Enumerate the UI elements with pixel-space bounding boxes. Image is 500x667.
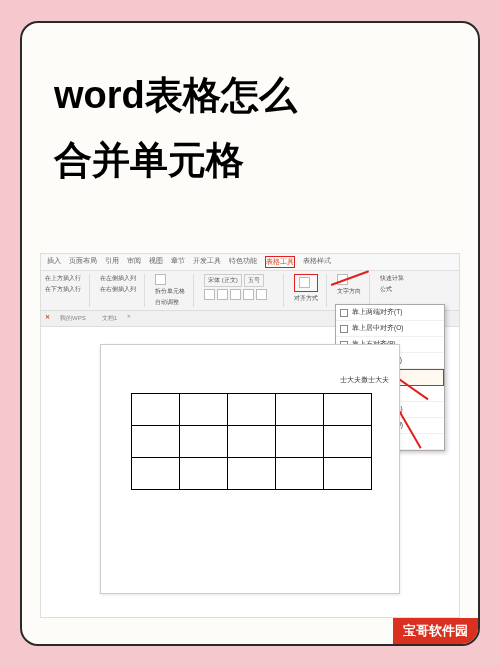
- btn-insert-col-right[interactable]: 在右侧插入列: [100, 285, 136, 294]
- tab-document[interactable]: 文档1: [96, 313, 123, 324]
- menu-tab-table-style[interactable]: 表格样式: [303, 256, 331, 268]
- align-top-left[interactable]: 靠上两端对齐(T): [336, 305, 444, 321]
- split-cells-icon[interactable]: [155, 274, 166, 285]
- btn-split-cells[interactable]: 拆分单元格: [155, 287, 185, 296]
- highlight-icon[interactable]: [256, 289, 267, 300]
- menu-item[interactable]: 审阅: [127, 256, 141, 268]
- align-icon: [340, 325, 348, 333]
- menu-item[interactable]: 引用: [105, 256, 119, 268]
- menu-item[interactable]: 特色功能: [229, 256, 257, 268]
- table-row: [132, 394, 372, 426]
- ribbon-group-insert-cols: 在左侧插入列 在右侧插入列: [100, 274, 145, 307]
- tutorial-title: word表格怎么 合并单元格: [22, 23, 478, 192]
- btn-insert-row-above[interactable]: 在上方插入行: [45, 274, 81, 283]
- italic-icon[interactable]: [217, 289, 228, 300]
- align-label: 对齐方式: [294, 294, 318, 303]
- title-line-1: word表格怎么: [54, 63, 446, 128]
- ribbon-group-insert-rows: 在上方插入行 在下方插入行: [45, 274, 90, 307]
- menu-item[interactable]: 插入: [47, 256, 61, 268]
- formula-label[interactable]: 公式: [380, 285, 404, 294]
- tab-close-icon[interactable]: ×: [127, 313, 131, 324]
- app-screenshot: 插入 页面布局 引用 审阅 视图 章节 开发工具 特色功能 表格工具 表格样式 …: [40, 253, 460, 618]
- text-dir-label: 文字方向: [337, 287, 361, 296]
- align-button[interactable]: [294, 274, 318, 292]
- btn-insert-col-left[interactable]: 在左侧插入列: [100, 274, 136, 283]
- ribbon-group-calc: 快速计算 公式: [380, 274, 412, 307]
- menu-item[interactable]: 章节: [171, 256, 185, 268]
- sample-table[interactable]: [131, 393, 372, 490]
- btn-insert-row-below[interactable]: 在下方插入行: [45, 285, 81, 294]
- table-row: [132, 458, 372, 490]
- align-icon: [340, 309, 348, 317]
- tab-mywps[interactable]: 我的WPS: [54, 313, 92, 324]
- ribbon-group-split: 拆分单元格 自动调整: [155, 274, 194, 307]
- tutorial-card: word表格怎么 合并单元格 插入 页面布局 引用 审阅 视图 章节 开发工具 …: [20, 21, 480, 646]
- ribbon-group-align: 对齐方式: [294, 274, 327, 307]
- fast-calc-label[interactable]: 快速计算: [380, 274, 404, 283]
- watermark-badge: 宝哥软件园: [393, 618, 478, 644]
- menu-item[interactable]: 视图: [149, 256, 163, 268]
- underline-icon[interactable]: [230, 289, 241, 300]
- font-name-select[interactable]: 宋体 (正文): [204, 274, 242, 287]
- menubar: 插入 页面布局 引用 审阅 视图 章节 开发工具 特色功能 表格工具 表格样式: [41, 254, 459, 271]
- font-size-select[interactable]: 五号: [244, 274, 264, 287]
- sample-text: 士大夫撒士大夫: [340, 375, 389, 385]
- wps-logo-icon: ✕: [45, 313, 50, 324]
- bold-icon[interactable]: [204, 289, 215, 300]
- menu-item[interactable]: 页面布局: [69, 256, 97, 268]
- title-line-2: 合并单元格: [54, 128, 446, 193]
- font-color-icon[interactable]: [243, 289, 254, 300]
- align-icon: [299, 277, 310, 288]
- ribbon-group-font: 宋体 (正文) 五号: [204, 274, 284, 307]
- table-row: [132, 426, 372, 458]
- menu-tab-table-tools[interactable]: 表格工具: [265, 256, 295, 268]
- btn-auto-fit[interactable]: 自动调整: [155, 298, 185, 307]
- document-page: 士大夫撒士大夫: [100, 344, 400, 594]
- menu-item[interactable]: 开发工具: [193, 256, 221, 268]
- align-top-center[interactable]: 靠上居中对齐(O): [336, 321, 444, 337]
